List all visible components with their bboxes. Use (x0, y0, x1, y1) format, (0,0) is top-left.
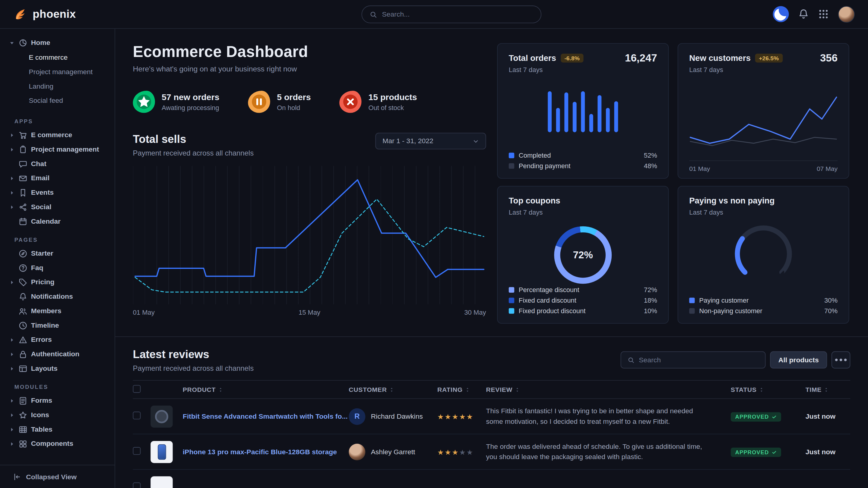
legend-swatch (509, 163, 514, 168)
product-cell: iPhone 13 pro max-Pacific Blue-128GB sto… (151, 441, 349, 463)
user-avatar[interactable] (838, 6, 855, 22)
column-status[interactable]: STATUS (731, 386, 806, 393)
column-rating[interactable]: RATING (437, 386, 486, 393)
stat-caption: Out of stock (368, 104, 417, 111)
chevron-down-icon (473, 138, 479, 144)
legend-value: 70% (824, 307, 838, 315)
collapse-label: Collapsed View (26, 473, 76, 481)
status-cell: APPROVED (731, 446, 806, 457)
checkbox-cell (133, 412, 151, 421)
sidebar-item-timeline[interactable]: Timeline (7, 318, 109, 332)
stat-blob (340, 91, 362, 113)
sidebar-item-events[interactable]: Events (7, 185, 109, 200)
sidebar-item-label: Project management (31, 145, 99, 154)
reviews-search-input[interactable] (639, 356, 758, 364)
legend-value: 10% (644, 307, 657, 315)
select-all-checkbox[interactable] (133, 385, 141, 393)
sidebar-item-email[interactable]: Email (7, 171, 109, 185)
latest-reviews-subtitle: Payment received across all channels (133, 364, 254, 372)
sidebar-item-home[interactable]: Home (7, 35, 109, 50)
tag-icon (19, 278, 27, 286)
sidebar-item-layouts[interactable]: Layouts (7, 361, 109, 376)
paying-legend: Paying customer30%Non-paying customer70% (689, 295, 838, 316)
sidebar-item-notifications[interactable]: Notifications (7, 289, 109, 304)
bookmark-icon (19, 188, 27, 197)
sidebar-subitem-social-feed[interactable]: Social feed (7, 93, 109, 108)
sidebar-item-label: Faq (31, 264, 43, 272)
sort-icon (218, 387, 223, 392)
sidebar-item-forms[interactable]: Forms (7, 393, 109, 408)
status-cell: APPROVED (731, 411, 806, 422)
sidebar-item-project-management[interactable]: Project management (7, 142, 109, 157)
product-link[interactable]: iPhone 13 pro max-Pacific Blue-128GB sto… (183, 448, 337, 456)
sidebar-item-label: Starter (31, 250, 53, 257)
caret-right-icon (9, 175, 15, 181)
sidebar-item-faq[interactable]: Faq (7, 261, 109, 275)
sidebar-item-label: Events (31, 189, 54, 197)
column-customer[interactable]: CUSTOMER (349, 386, 437, 393)
rating-stars-filled: ★★★★★ (437, 412, 474, 421)
sidebar-item-label: Email (31, 174, 50, 182)
sidebar-item-social[interactable]: Social (7, 200, 109, 214)
sidebar-subitem-project-management[interactable]: Project management (7, 65, 109, 79)
caret-spacer (9, 322, 15, 328)
stat-value: 15 products (368, 92, 417, 102)
notifications-button[interactable] (798, 9, 809, 19)
column-time[interactable]: TIME (806, 386, 850, 393)
stat-blob (133, 91, 155, 113)
product-link[interactable]: Fitbit Sense Advanced Smartwatch with To… (183, 412, 348, 420)
row-checkbox[interactable] (133, 447, 141, 455)
apps-grid-button[interactable] (818, 9, 829, 19)
total-orders-bar-chart (548, 91, 618, 132)
paying-card: Paying vs non paying Last 7 days Paying … (678, 186, 849, 324)
brand[interactable]: phoenix (13, 7, 76, 22)
legend-row: Completed52% (509, 150, 657, 160)
sidebar-item-e-commerce[interactable]: E commerce (7, 128, 109, 142)
row-checkbox[interactable] (133, 412, 141, 419)
sidebar-item-members[interactable]: Members (7, 304, 109, 318)
product-cell (151, 476, 349, 488)
sidebar-item-chat[interactable]: Chat (7, 157, 109, 171)
sidebar-subitem-e-commerce[interactable]: E commerce (7, 50, 109, 65)
date-range-value: Mar 1 - 31, 2022 (382, 137, 433, 145)
sidebar-item-tables[interactable]: Tables (7, 422, 109, 436)
paying-title: Paying vs non paying (689, 196, 775, 205)
sidebar-item-icons[interactable]: Icons (7, 408, 109, 422)
theme-toggle-button[interactable] (773, 6, 789, 22)
status-label: APPROVED (735, 449, 769, 455)
total-orders-period: Last 7 days (509, 66, 657, 73)
caret-right-icon (9, 441, 15, 447)
brand-name: phoenix (33, 8, 76, 21)
phoenix-logo-icon (13, 7, 28, 22)
sidebar-item-label: Components (31, 440, 73, 448)
table-row: Fitbit Sense Advanced Smartwatch with To… (133, 399, 850, 434)
legend-swatch (509, 287, 514, 292)
latest-reviews-title: Latest reviews (133, 348, 254, 361)
column-product[interactable]: PRODUCT (151, 386, 349, 393)
share-icon (19, 203, 27, 211)
date-range-select[interactable]: Mar 1 - 31, 2022 (375, 133, 486, 150)
sidebar-item-starter[interactable]: Starter (7, 246, 109, 261)
caret-spacer (9, 294, 15, 300)
global-search-input[interactable] (382, 10, 533, 19)
stat-item: 57 new ordersAwating processing (133, 91, 220, 113)
new-customers-title: New customers (689, 53, 751, 62)
sidebar-item-components[interactable]: Components (7, 436, 109, 451)
sidebar-item-label: Chat (31, 160, 46, 168)
cart-icon (19, 131, 27, 139)
top-coupons-donut-chart: 72% (554, 226, 612, 284)
sidebar-item-errors[interactable]: Errors (7, 332, 109, 347)
all-products-button[interactable]: All products (770, 352, 827, 369)
column-review[interactable]: REVIEW (486, 386, 731, 393)
sidebar-subitem-landing[interactable]: Landing (7, 79, 109, 93)
sidebar-item-pricing[interactable]: Pricing (7, 275, 109, 289)
more-options-button[interactable] (832, 352, 850, 369)
nc-x-end: 07 May (817, 165, 838, 172)
order-bar (564, 93, 568, 132)
sidebar-item-label: Social (31, 203, 52, 211)
row-checkbox[interactable] (133, 482, 141, 488)
collapse-sidebar-button[interactable]: Collapsed View (0, 465, 115, 488)
total-sells-x-axis: 01 May 15 May 30 May (133, 308, 486, 317)
sidebar-item-authentication[interactable]: Authentication (7, 347, 109, 361)
sidebar-item-calendar[interactable]: Calendar (7, 214, 109, 228)
